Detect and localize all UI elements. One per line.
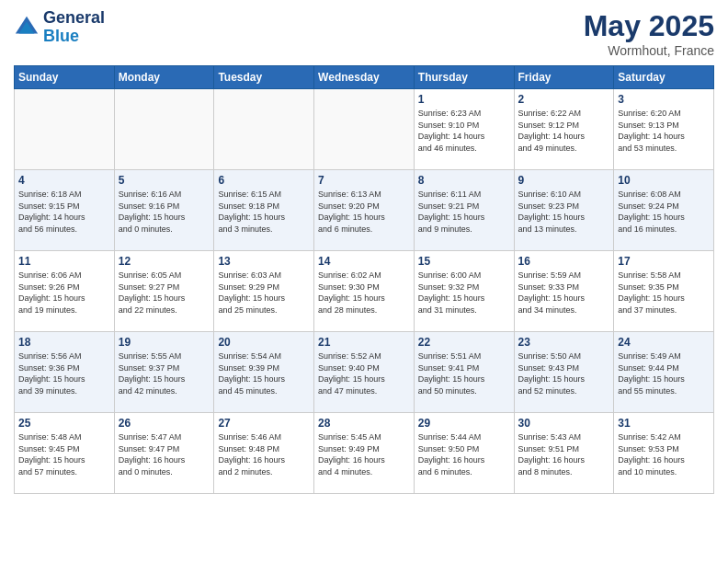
calendar-cell: 19Sunrise: 5:55 AM Sunset: 9:37 PM Dayli…: [114, 332, 214, 413]
calendar-week-4: 18Sunrise: 5:56 AM Sunset: 9:36 PM Dayli…: [15, 332, 714, 413]
day-number: 17: [618, 255, 710, 268]
day-info: Sunrise: 6:23 AM Sunset: 9:10 PM Dayligh…: [418, 108, 510, 154]
day-info: Sunrise: 6:16 AM Sunset: 9:16 PM Dayligh…: [119, 189, 210, 235]
calendar-cell: 12Sunrise: 6:05 AM Sunset: 9:27 PM Dayli…: [114, 251, 214, 332]
day-number: 26: [119, 417, 210, 430]
day-info: Sunrise: 5:50 AM Sunset: 9:43 PM Dayligh…: [518, 350, 610, 396]
day-number: 22: [418, 336, 510, 349]
day-number: 19: [119, 336, 210, 349]
weekday-tuesday: Tuesday: [214, 66, 314, 89]
weekday-header-row: SundayMondayTuesdayWednesdayThursdayFrid…: [15, 66, 714, 89]
day-info: Sunrise: 6:05 AM Sunset: 9:27 PM Dayligh…: [119, 270, 210, 316]
day-number: 13: [218, 255, 310, 268]
calendar-cell: 13Sunrise: 6:03 AM Sunset: 9:29 PM Dayli…: [214, 251, 314, 332]
calendar-cell: 5Sunrise: 6:16 AM Sunset: 9:16 PM Daylig…: [114, 170, 214, 251]
day-number: 18: [18, 336, 110, 349]
day-info: Sunrise: 5:44 AM Sunset: 9:50 PM Dayligh…: [418, 431, 510, 477]
calendar-cell: 16Sunrise: 5:59 AM Sunset: 9:33 PM Dayli…: [514, 251, 614, 332]
day-number: 12: [119, 255, 210, 268]
day-number: 6: [218, 174, 310, 187]
day-number: 16: [518, 255, 610, 268]
day-number: 10: [618, 174, 710, 187]
logo-icon: [14, 15, 40, 40]
calendar-cell: 26Sunrise: 5:47 AM Sunset: 9:47 PM Dayli…: [114, 413, 214, 494]
calendar-cell: [15, 89, 115, 170]
day-number: 20: [218, 336, 310, 349]
day-info: Sunrise: 6:20 AM Sunset: 9:13 PM Dayligh…: [618, 108, 710, 154]
calendar-cell: 2Sunrise: 6:22 AM Sunset: 9:12 PM Daylig…: [514, 89, 614, 170]
day-info: Sunrise: 6:22 AM Sunset: 9:12 PM Dayligh…: [518, 108, 610, 154]
calendar-body: 1Sunrise: 6:23 AM Sunset: 9:10 PM Daylig…: [15, 89, 714, 494]
day-number: 30: [518, 417, 610, 430]
day-info: Sunrise: 5:54 AM Sunset: 9:39 PM Dayligh…: [218, 350, 310, 396]
calendar-cell: 7Sunrise: 6:13 AM Sunset: 9:20 PM Daylig…: [314, 170, 415, 251]
day-number: 21: [318, 336, 410, 349]
day-number: 15: [418, 255, 510, 268]
title-block: May 2025 Wormhout, France: [584, 9, 714, 58]
day-number: 14: [318, 255, 410, 268]
day-info: Sunrise: 5:47 AM Sunset: 9:47 PM Dayligh…: [119, 431, 210, 477]
day-number: 28: [318, 417, 410, 430]
day-info: Sunrise: 6:00 AM Sunset: 9:32 PM Dayligh…: [418, 270, 510, 316]
calendar-cell: [214, 89, 314, 170]
day-info: Sunrise: 6:06 AM Sunset: 9:26 PM Dayligh…: [18, 270, 110, 316]
day-info: Sunrise: 6:15 AM Sunset: 9:18 PM Dayligh…: [218, 189, 310, 235]
day-number: 4: [18, 174, 110, 187]
calendar-cell: 28Sunrise: 5:45 AM Sunset: 9:49 PM Dayli…: [314, 413, 415, 494]
calendar-cell: 22Sunrise: 5:51 AM Sunset: 9:41 PM Dayli…: [414, 332, 514, 413]
day-number: 11: [18, 255, 110, 268]
day-info: Sunrise: 5:55 AM Sunset: 9:37 PM Dayligh…: [119, 350, 210, 396]
calendar-cell: 10Sunrise: 6:08 AM Sunset: 9:24 PM Dayli…: [614, 170, 714, 251]
day-number: 7: [318, 174, 410, 187]
calendar-cell: 30Sunrise: 5:43 AM Sunset: 9:51 PM Dayli…: [514, 413, 614, 494]
weekday-wednesday: Wednesday: [314, 66, 415, 89]
calendar-cell: 29Sunrise: 5:44 AM Sunset: 9:50 PM Dayli…: [414, 413, 514, 494]
logo: General Blue: [14, 9, 105, 46]
calendar-cell: 14Sunrise: 6:02 AM Sunset: 9:30 PM Dayli…: [314, 251, 415, 332]
day-number: 25: [18, 417, 110, 430]
day-number: 8: [418, 174, 510, 187]
day-info: Sunrise: 5:42 AM Sunset: 9:53 PM Dayligh…: [618, 431, 710, 477]
weekday-saturday: Saturday: [614, 66, 714, 89]
day-number: 24: [618, 336, 710, 349]
day-info: Sunrise: 5:56 AM Sunset: 9:36 PM Dayligh…: [18, 350, 110, 396]
calendar-table: SundayMondayTuesdayWednesdayThursdayFrid…: [14, 65, 714, 494]
day-info: Sunrise: 6:13 AM Sunset: 9:20 PM Dayligh…: [318, 189, 410, 235]
calendar-cell: 25Sunrise: 5:48 AM Sunset: 9:45 PM Dayli…: [15, 413, 115, 494]
weekday-monday: Monday: [114, 66, 214, 89]
day-number: 31: [618, 417, 710, 430]
day-info: Sunrise: 5:59 AM Sunset: 9:33 PM Dayligh…: [518, 270, 610, 316]
calendar-cell: 3Sunrise: 6:20 AM Sunset: 9:13 PM Daylig…: [614, 89, 714, 170]
calendar-cell: 9Sunrise: 6:10 AM Sunset: 9:23 PM Daylig…: [514, 170, 614, 251]
calendar-week-5: 25Sunrise: 5:48 AM Sunset: 9:45 PM Dayli…: [15, 413, 714, 494]
calendar-cell: 23Sunrise: 5:50 AM Sunset: 9:43 PM Dayli…: [514, 332, 614, 413]
day-info: Sunrise: 5:52 AM Sunset: 9:40 PM Dayligh…: [318, 350, 410, 396]
calendar-cell: 6Sunrise: 6:15 AM Sunset: 9:18 PM Daylig…: [214, 170, 314, 251]
calendar-week-2: 4Sunrise: 6:18 AM Sunset: 9:15 PM Daylig…: [15, 170, 714, 251]
day-info: Sunrise: 6:18 AM Sunset: 9:15 PM Dayligh…: [18, 189, 110, 235]
weekday-sunday: Sunday: [15, 66, 115, 89]
day-number: 9: [518, 174, 610, 187]
calendar-cell: [314, 89, 415, 170]
calendar-cell: 27Sunrise: 5:46 AM Sunset: 9:48 PM Dayli…: [214, 413, 314, 494]
calendar-cell: 11Sunrise: 6:06 AM Sunset: 9:26 PM Dayli…: [15, 251, 115, 332]
day-info: Sunrise: 6:10 AM Sunset: 9:23 PM Dayligh…: [518, 189, 610, 235]
weekday-friday: Friday: [514, 66, 614, 89]
day-info: Sunrise: 5:49 AM Sunset: 9:44 PM Dayligh…: [618, 350, 710, 396]
weekday-thursday: Thursday: [414, 66, 514, 89]
day-number: 3: [618, 93, 710, 106]
calendar-cell: 21Sunrise: 5:52 AM Sunset: 9:40 PM Dayli…: [314, 332, 415, 413]
day-number: 5: [119, 174, 210, 187]
day-number: 23: [518, 336, 610, 349]
calendar-cell: 15Sunrise: 6:00 AM Sunset: 9:32 PM Dayli…: [414, 251, 514, 332]
day-info: Sunrise: 5:43 AM Sunset: 9:51 PM Dayligh…: [518, 431, 610, 477]
calendar-cell: 18Sunrise: 5:56 AM Sunset: 9:36 PM Dayli…: [15, 332, 115, 413]
day-number: 27: [218, 417, 310, 430]
day-info: Sunrise: 5:48 AM Sunset: 9:45 PM Dayligh…: [18, 431, 110, 477]
day-info: Sunrise: 5:46 AM Sunset: 9:48 PM Dayligh…: [218, 431, 310, 477]
calendar-week-3: 11Sunrise: 6:06 AM Sunset: 9:26 PM Dayli…: [15, 251, 714, 332]
page-header: General Blue May 2025 Wormhout, France: [14, 9, 714, 58]
calendar-cell: 31Sunrise: 5:42 AM Sunset: 9:53 PM Dayli…: [614, 413, 714, 494]
day-info: Sunrise: 6:08 AM Sunset: 9:24 PM Dayligh…: [618, 189, 710, 235]
month-year: May 2025: [584, 9, 714, 43]
